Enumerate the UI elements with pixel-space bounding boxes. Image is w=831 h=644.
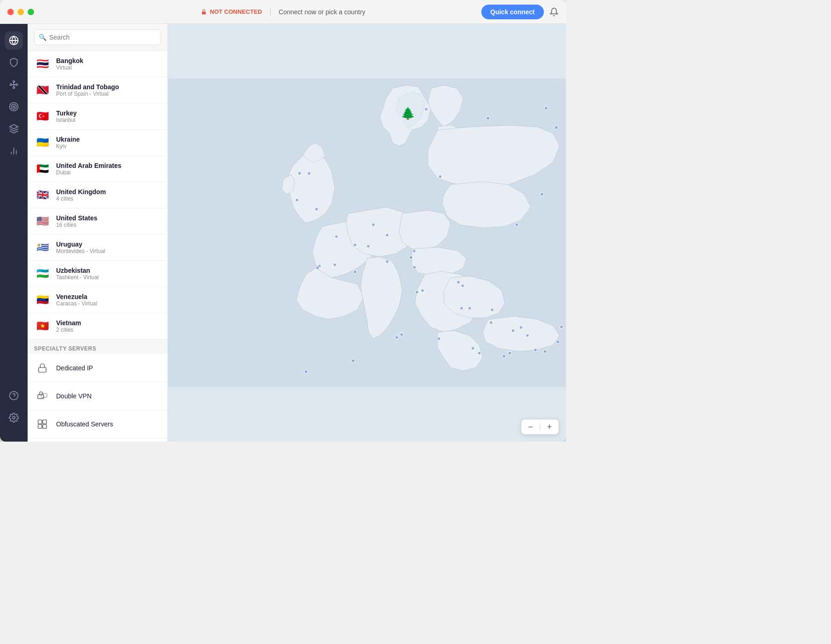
map-dot-26 — [508, 351, 511, 355]
map-area: 🌲 − + — [168, 24, 566, 442]
country-sub-ukraine: Kyiv — [56, 143, 80, 150]
connection-status: NOT CONNECTED — [201, 8, 262, 15]
sidebar-item-shield[interactable] — [5, 53, 23, 72]
sidebar-nav — [0, 24, 28, 442]
flag-bangkok: 🇹🇭 — [34, 56, 51, 72]
specialty-item-double-vpn[interactable]: Double VPN — [28, 382, 167, 410]
country-name-us: United States — [56, 214, 97, 222]
country-sub-uae: Dubai — [56, 169, 121, 176]
map-dot-42 — [486, 116, 490, 120]
obfuscated-icon — [37, 419, 47, 429]
country-item-uk[interactable]: 🇬🇧 United Kingdom 4 cities — [28, 182, 167, 208]
globe-icon — [9, 35, 19, 46]
map-dot-22 — [478, 351, 481, 355]
double-vpn-icon — [37, 391, 47, 401]
zoom-in-button[interactable]: + — [544, 421, 555, 432]
map-dot-15 — [421, 289, 424, 292]
map-dot-4 — [335, 235, 338, 238]
specialty-name-obfuscated: Obfuscated Servers — [56, 420, 113, 428]
country-name-uae: United Arab Emirates — [56, 162, 121, 169]
sidebar-item-servers[interactable] — [5, 31, 23, 50]
country-item-uruguay[interactable]: 🇺🇾 Uruguay Montevideo - Virtual — [28, 235, 167, 261]
target-icon — [9, 102, 19, 112]
country-info-uzbekistan: Uzbekistan Tashkent - Virtual — [56, 267, 99, 281]
dedicated-ip-icon — [37, 363, 47, 373]
map-dot-17 — [457, 281, 460, 284]
help-icon — [9, 391, 19, 401]
divider: | — [269, 8, 271, 16]
layers-icon — [9, 124, 19, 134]
country-name-uzbekistan: Uzbekistan — [56, 267, 99, 274]
country-name-uk: United Kingdom — [56, 188, 106, 196]
map-dot-11 — [410, 256, 413, 259]
country-info-uk: United Kingdom 4 cities — [56, 188, 106, 202]
quick-connect-button[interactable]: Quick connect — [481, 5, 544, 19]
sidebar-item-features[interactable] — [5, 120, 23, 138]
map-dot-24 — [491, 308, 494, 311]
country-item-turkey[interactable]: 🇹🇷 Turkey Istanbul — [28, 104, 167, 130]
map-dot-36 — [395, 336, 398, 339]
stats-icon — [9, 146, 19, 156]
close-button[interactable] — [7, 9, 14, 15]
map-dot-20 — [468, 306, 471, 310]
sidebar-item-stats[interactable] — [5, 142, 23, 160]
country-item-uzbekistan[interactable]: 🇺🇿 Uzbekistan Tashkent - Virtual — [28, 261, 167, 287]
svg-point-11 — [13, 106, 15, 108]
map-dot-29 — [526, 334, 529, 337]
map-dot-5 — [372, 223, 375, 226]
svg-rect-19 — [39, 368, 46, 372]
map-dot-0 — [298, 172, 301, 175]
sidebar-item-settings[interactable] — [5, 408, 23, 427]
sidebar-item-threat[interactable] — [5, 98, 23, 116]
specialty-item-obfuscated[interactable]: Obfuscated Servers — [28, 410, 167, 438]
shield-icon — [9, 58, 19, 68]
svg-point-10 — [12, 104, 17, 109]
lock-icon — [201, 9, 207, 15]
country-item-ukraine[interactable]: 🇺🇦 Ukraine Kyiv — [28, 130, 167, 156]
country-item-venezuela[interactable]: 🇻🇪 Venezuela Caracas - Virtual — [28, 287, 167, 313]
minimize-button[interactable] — [17, 9, 24, 15]
country-name-venezuela: Venezuela — [56, 293, 97, 300]
search-input[interactable] — [34, 29, 161, 45]
search-icon: 🔍 — [39, 34, 46, 41]
specialty-name-dedicated-ip: Dedicated IP — [56, 364, 93, 372]
country-item-us[interactable]: 🇺🇸 United States 16 cities — [28, 208, 167, 235]
country-item-bangkok[interactable]: 🇹🇭 Bangkok Virtual — [28, 51, 167, 77]
country-sub-turkey: Istanbul — [56, 117, 77, 123]
sidebar-item-help[interactable] — [5, 386, 23, 405]
country-item-uae[interactable]: 🇦🇪 United Arab Emirates Dubai — [28, 156, 167, 182]
country-item-vietnam[interactable]: 🇻🇳 Vietnam 2 cities — [28, 313, 167, 339]
flag-turkey: 🇹🇷 — [34, 108, 51, 125]
country-name-bangkok: Bangkok — [56, 57, 83, 64]
svg-point-5 — [16, 84, 18, 86]
map-dot-31 — [543, 350, 547, 353]
country-info-ukraine: Ukraine Kyiv — [56, 136, 80, 150]
app-window: NOT CONNECTED | Connect now or pick a co… — [0, 0, 566, 442]
notification-bell-icon[interactable] — [549, 7, 559, 17]
map-dot-9 — [386, 233, 389, 236]
country-sub-trinidad: Port of Spain - Virtual — [56, 91, 119, 97]
zoom-out-button[interactable]: − — [525, 421, 536, 432]
specialty-item-onion[interactable]: Onion Over VPN — [28, 438, 167, 442]
fullscreen-button[interactable] — [28, 9, 34, 15]
svg-point-18 — [12, 416, 15, 419]
svg-point-6 — [13, 87, 15, 89]
sidebar-item-meshnet[interactable] — [5, 75, 23, 94]
specialty-item-dedicated-ip[interactable]: Dedicated IP — [28, 354, 167, 382]
title-bar: NOT CONNECTED | Connect now or pick a co… — [0, 0, 566, 24]
country-name-trinidad: Trinidad and Tobago — [56, 83, 119, 91]
map-dot-35 — [353, 270, 357, 274]
map-dot-43 — [544, 107, 548, 110]
specialty-icon-double-vpn — [34, 388, 51, 404]
map-dot-32 — [556, 340, 560, 344]
country-list: 🇹🇭 Bangkok Virtual 🇹🇹 Trinidad and Tobag… — [28, 51, 167, 442]
specialty-icon-dedicated-ip — [34, 360, 51, 376]
connect-prompt: Connect now or pick a country — [279, 8, 365, 16]
svg-rect-24 — [38, 425, 42, 428]
map-controls-divider — [540, 423, 540, 431]
country-item-trinidad[interactable]: 🇹🇹 Trinidad and Tobago Port of Spain - V… — [28, 77, 167, 104]
map-dot-44 — [555, 126, 558, 129]
flag-uk: 🇬🇧 — [34, 187, 51, 203]
country-info-trinidad: Trinidad and Tobago Port of Spain - Virt… — [56, 83, 119, 97]
country-sub-uk: 4 cities — [56, 196, 106, 202]
